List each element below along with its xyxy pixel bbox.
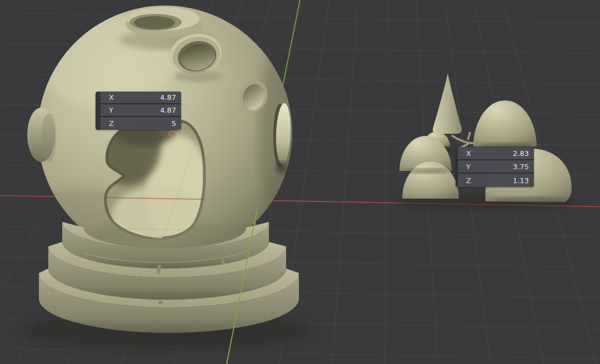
viewport[interactable]: X 4.87 Y 4.87 Z 5 X 2.83 Y 3.75 Z 1.13: [0, 0, 600, 364]
axis-z-label: Z: [109, 119, 114, 128]
axis-x-label: X: [466, 149, 471, 158]
crevice-shadow: [489, 197, 567, 205]
transform-overlay-right: X 2.83 Y 3.75 Z 1.13: [456, 147, 534, 187]
porthole-shadow: [174, 71, 221, 82]
axis-y-label: Y: [466, 163, 471, 171]
axis-z-field[interactable]: Z 5: [101, 117, 181, 130]
transform-overlay-left: X 4.87 Y 4.87 Z 5: [96, 92, 181, 130]
axis-y-field[interactable]: Y 4.87: [101, 104, 181, 117]
base-hole: [158, 301, 163, 304]
axis-x-value: 4.87: [160, 93, 176, 102]
helmet-top-opening: [126, 7, 203, 37]
porthole-left: [27, 108, 56, 162]
axis-z-field[interactable]: Z 1.13: [458, 174, 534, 187]
axis-y-label: Y: [109, 106, 113, 114]
axis-y-value: 3.75: [513, 163, 529, 171]
axis-z-label: Z: [466, 176, 471, 185]
axis-z-value: 1.13: [513, 176, 529, 185]
axis-x-label: X: [109, 93, 114, 102]
axis-y-field[interactable]: Y 3.75: [458, 160, 534, 174]
axis-x-field[interactable]: X 2.83: [458, 147, 534, 160]
crevice-shadow: [406, 168, 450, 174]
axis-y-value: 4.87: [160, 106, 176, 114]
axis-x-value: 2.83: [513, 149, 529, 158]
axis-x-field[interactable]: X 4.87: [101, 92, 181, 104]
axis-z-value: 5: [172, 119, 176, 128]
